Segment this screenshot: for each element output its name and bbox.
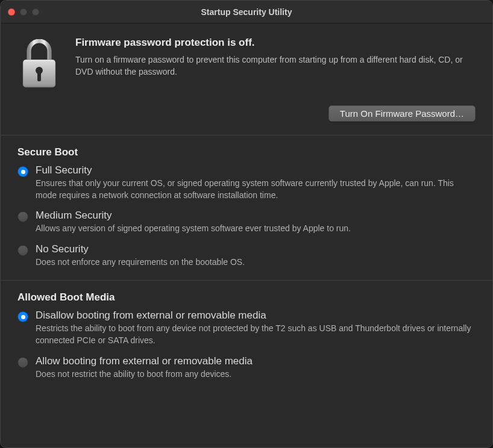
secure-boot-title: Secure Boot: [17, 146, 476, 158]
radio-label: Allow booting from external or removable…: [36, 355, 476, 367]
radio-selected-icon: [17, 166, 28, 177]
lock-icon: [17, 37, 61, 89]
turn-on-firmware-password-button[interactable]: Turn On Firmware Password…: [328, 105, 476, 122]
radio-unselected-icon: [17, 211, 28, 222]
firmware-heading: Firmware password protection is off.: [75, 37, 476, 49]
close-button[interactable]: [8, 8, 15, 16]
minimize-button[interactable]: [20, 8, 27, 16]
svg-rect-2: [37, 72, 41, 81]
radio-label: Medium Security: [36, 210, 476, 222]
radio-unselected-icon: [17, 245, 28, 256]
firmware-section: Firmware password protection is off. Tur…: [1, 23, 492, 135]
startup-security-window: Startup Security Utility: [0, 0, 493, 448]
radio-label: Full Security: [36, 164, 476, 176]
firmware-description: Turn on a firmware password to prevent t…: [75, 54, 476, 78]
boot-media-section: Allowed Boot Media Disallow booting from…: [1, 281, 492, 392]
secure-boot-medium-security[interactable]: Medium Security Allows any version of si…: [17, 210, 476, 235]
radio-selected-icon: [17, 311, 28, 322]
window-title: Startup Security Utility: [1, 7, 492, 17]
secure-boot-no-security[interactable]: No Security Does not enforce any require…: [17, 243, 476, 269]
secure-boot-section: Secure Boot Full Security Ensures that o…: [1, 135, 492, 281]
traffic-lights: [8, 8, 39, 16]
titlebar: Startup Security Utility: [1, 1, 492, 23]
boot-media-disallow[interactable]: Disallow booting from external or remova…: [17, 310, 476, 346]
content: Firmware password protection is off. Tur…: [1, 23, 492, 447]
radio-description: Does not restrict the ability to boot fr…: [36, 369, 476, 381]
radio-description: Allows any version of signed operating s…: [36, 223, 476, 235]
boot-media-allow[interactable]: Allow booting from external or removable…: [17, 355, 476, 381]
radio-unselected-icon: [17, 357, 28, 368]
radio-label: Disallow booting from external or remova…: [36, 310, 476, 322]
radio-label: No Security: [36, 243, 476, 255]
maximize-button[interactable]: [32, 8, 39, 16]
boot-media-title: Allowed Boot Media: [17, 291, 476, 303]
firmware-text: Firmware password protection is off. Tur…: [75, 37, 476, 89]
radio-description: Restricts the ability to boot from any d…: [36, 323, 476, 346]
radio-description: Ensures that only your current OS, or si…: [36, 178, 476, 201]
secure-boot-full-security[interactable]: Full Security Ensures that only your cur…: [17, 164, 476, 201]
radio-description: Does not enforce any requirements on the…: [36, 257, 476, 269]
